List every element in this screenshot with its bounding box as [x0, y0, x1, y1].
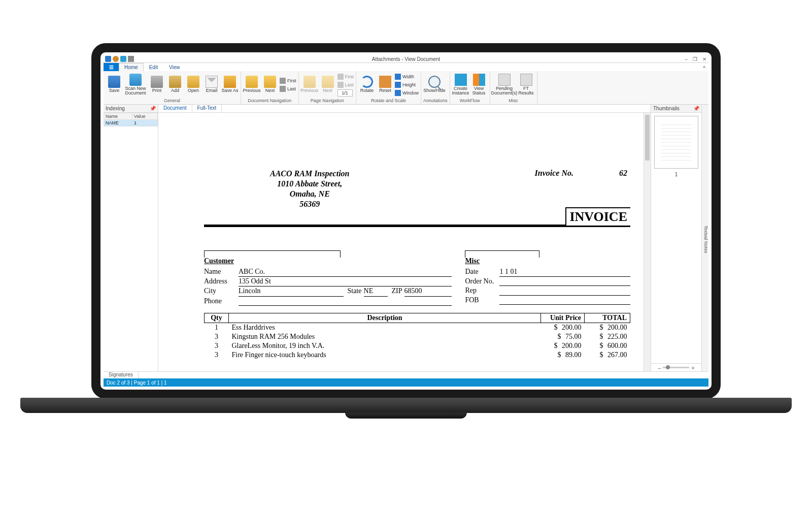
status-bar: Doc 2 of 3 | Page 1 of 1 | 1 — [104, 378, 708, 387]
pending-documents-button[interactable]: Pending Document(s) — [492, 72, 517, 98]
line-unit-price: $ 200.00 — [541, 323, 585, 332]
indexing-row-value: 1 — [132, 120, 158, 126]
page-previous-button[interactable]: Previous — [301, 72, 318, 98]
line-unit-price: $ 200.00 — [541, 341, 585, 350]
indexing-col-name[interactable]: Name — [104, 113, 132, 120]
misc-fob — [499, 296, 630, 305]
annotations-show-hide-button[interactable]: Show/Hide — [423, 72, 446, 98]
fit-window-button[interactable]: Window — [395, 89, 419, 97]
window-close-button[interactable]: ✕ — [702, 56, 706, 62]
ribbon-group-workflow: Create Instance View Status WorkFlow — [450, 71, 490, 104]
page-thumbnail[interactable] — [654, 116, 698, 169]
save-as-button[interactable]: Save As — [221, 72, 239, 98]
customer-section-header: Customer — [204, 257, 452, 265]
next-page-icon — [322, 76, 334, 88]
qat-icon-2[interactable] — [113, 56, 119, 62]
qat-icon-4[interactable] — [128, 56, 134, 62]
indexing-col-value[interactable]: Value — [132, 113, 158, 120]
ribbon-tab-edit[interactable]: Edit — [144, 63, 163, 71]
save-button[interactable]: Save — [106, 72, 123, 98]
workflow-create-instance-button[interactable]: Create Instance — [452, 72, 469, 98]
ribbon-collapse-button[interactable]: ^ — [703, 66, 705, 71]
reset-button[interactable]: Reset — [377, 72, 394, 98]
indexing-panel-header: Indexing 📌 — [104, 105, 158, 113]
ribbon-tab-view[interactable]: View — [163, 63, 186, 71]
document-viewport[interactable]: AACO RAM Inspection 1010 Abbate Street, … — [158, 113, 651, 371]
invoice-document: AACO RAM Inspection 1010 Abbate Street, … — [204, 169, 630, 360]
ribbon-group-label: Page Navigation — [301, 98, 354, 104]
app-menu-button[interactable]: ☰ — [104, 63, 119, 71]
customer-name: ABC Co. — [239, 267, 452, 277]
qat-icon-3[interactable] — [120, 56, 126, 62]
add-icon — [169, 76, 181, 88]
indexing-panel: Indexing 📌 Name Value NAME 1 — [104, 105, 158, 371]
fit-height-button[interactable]: Height — [395, 81, 419, 89]
email-button[interactable]: Email — [203, 72, 220, 98]
ribbon-group-label: WorkFlow — [452, 98, 488, 104]
doc-last-button[interactable]: Last — [280, 85, 296, 93]
page-counter[interactable]: 1/1 — [337, 89, 353, 97]
invoice-no-label: Invoice No. — [535, 169, 573, 178]
save-icon — [108, 76, 120, 88]
scan-new-document-button[interactable]: Scan New Document — [124, 72, 147, 98]
page-first-button[interactable]: First — [337, 73, 354, 81]
workspace: Indexing 📌 Name Value NAME 1 Document — [104, 105, 708, 371]
misc-date: 1 1 01 — [499, 267, 630, 277]
save-as-icon — [224, 76, 236, 88]
tab-document[interactable]: Document — [158, 105, 192, 112]
tab-signatures[interactable]: Signatures — [104, 372, 139, 378]
ribbon-group-misc: Pending Document(s) FT Results Misc — [490, 71, 537, 104]
workflow-view-status-button[interactable]: View Status — [470, 72, 488, 98]
zoom-control: – + — [651, 363, 701, 371]
indexing-row[interactable]: NAME 1 — [104, 120, 158, 126]
ribbon: Save Scan New Document Print Add Open Em… — [104, 71, 708, 105]
open-icon — [187, 76, 199, 88]
ft-results-button[interactable]: FT Results — [518, 72, 535, 98]
tab-fulltext[interactable]: Full-Text — [192, 105, 222, 112]
laptop-base — [20, 398, 792, 413]
invoice-no-value: 62 — [619, 169, 627, 178]
print-button[interactable]: Print — [148, 72, 165, 98]
page-last-button[interactable]: Last — [337, 81, 354, 89]
window-title: Attachments - View Document — [372, 56, 440, 62]
customer-phone — [239, 297, 452, 306]
zoom-slider[interactable] — [663, 367, 689, 368]
indexing-panel-title: Indexing — [106, 106, 125, 111]
ribbon-group-general: Save Scan New Document Print Add Open Em… — [104, 71, 241, 104]
doc-first-button[interactable]: First — [280, 77, 296, 85]
ribbon-group-document-navigation: Previous Next First Last Document Naviga… — [241, 71, 299, 104]
line-unit-price: $ 75.00 — [541, 332, 585, 341]
doc-previous-button[interactable]: Previous — [243, 72, 260, 98]
zoom-in-button[interactable]: + — [691, 365, 694, 371]
zoom-out-button[interactable]: – — [658, 365, 661, 371]
ribbon-group-annotations: Show/Hide Annotations — [421, 71, 450, 104]
window-minimize-button[interactable]: – — [685, 56, 688, 62]
window-maximize-button[interactable]: ❐ — [693, 56, 697, 62]
rotate-button[interactable]: Rotate — [358, 72, 376, 98]
pin-icon[interactable]: 📌 — [693, 106, 699, 111]
width-icon — [395, 74, 401, 80]
doc-next-button[interactable]: Next — [261, 72, 279, 98]
line-qty: 3 — [205, 332, 229, 341]
misc-section-header: Misc — [465, 257, 630, 265]
customer-city: Lincoln — [239, 286, 344, 296]
invoice-line-items: Qty Description Unit Price TOTAL 1Ess Ha… — [204, 313, 630, 360]
fit-width-button[interactable]: Width — [395, 73, 419, 81]
workflow-status-icon — [473, 74, 485, 86]
scrollbar-thumb[interactable] — [645, 115, 650, 161]
open-button[interactable]: Open — [185, 72, 202, 98]
ft-results-icon — [520, 74, 532, 86]
vertical-scrollbar[interactable] — [644, 113, 651, 371]
laptop-notch — [345, 412, 467, 419]
print-icon — [151, 76, 163, 88]
add-button[interactable]: Add — [166, 72, 184, 98]
ribbon-tab-home[interactable]: Home — [119, 63, 144, 71]
laptop-bezel: Attachments - View Document – ❐ ✕ ☰ Home… — [91, 43, 721, 399]
zoom-slider-thumb[interactable] — [666, 365, 670, 369]
pin-icon[interactable]: 📌 — [150, 106, 156, 111]
qat-save-icon[interactable] — [105, 56, 111, 62]
height-icon — [395, 82, 401, 88]
side-tab-textual-notes[interactable]: Textual Notes — [701, 105, 708, 371]
page-next-button[interactable]: Next — [319, 72, 336, 98]
thumbnails-panel-header: Thumbnails 📌 — [651, 105, 701, 113]
